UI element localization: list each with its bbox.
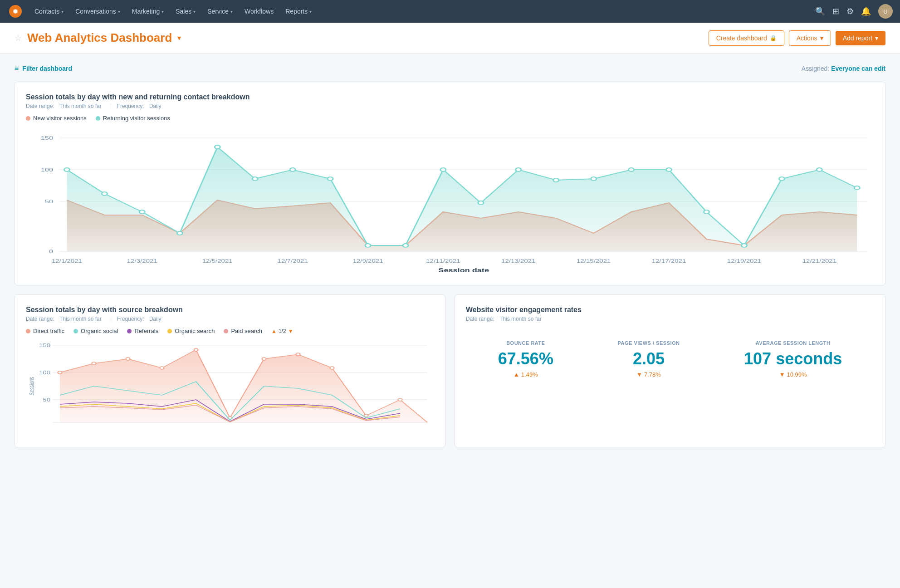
triangle-down-icon: ▼ — [288, 328, 293, 334]
chart2-subtitle: Date range: This month so far | Frequenc… — [26, 316, 434, 322]
chevron-icon: ▾ — [193, 9, 196, 14]
chevron-icon: ▾ — [161, 9, 164, 14]
bounce-rate-change: ▲ 1.49% — [498, 371, 553, 378]
svg-point-22 — [440, 168, 446, 172]
down-arrow-icon: ▼ — [636, 371, 642, 378]
source-breakdown-card: Session totals by day with source breakd… — [15, 294, 445, 447]
page-views-label: PAGE VIEWS / SESSION — [618, 340, 680, 346]
svg-point-56 — [92, 362, 96, 365]
avatar[interactable]: U — [878, 4, 893, 19]
bounce-rate-value: 67.56% — [498, 349, 553, 368]
svg-point-13 — [102, 192, 107, 196]
svg-point-15 — [177, 231, 182, 235]
svg-point-14 — [139, 210, 145, 214]
svg-point-30 — [741, 244, 747, 247]
svg-point-58 — [160, 367, 164, 369]
svg-point-29 — [704, 210, 709, 214]
legend-dot-referrals — [127, 329, 132, 333]
page-title: Web Analytics Dashboard — [27, 31, 172, 45]
svg-marker-11 — [67, 147, 857, 251]
filter-dashboard-button[interactable]: ≡ Filter dashboard — [15, 64, 72, 73]
legend-dot-returning — [96, 116, 100, 121]
legend-dot-paid-search — [224, 329, 228, 333]
svg-point-57 — [126, 358, 130, 360]
svg-text:50: 50 — [43, 397, 50, 403]
main-content: ≡ Filter dashboard Assigned: Everyone ca… — [0, 54, 900, 467]
svg-point-65 — [398, 398, 402, 401]
chart1-subtitle: Date range: This month so far | Frequenc… — [26, 103, 874, 109]
session-length-value: 107 seconds — [744, 349, 842, 368]
svg-point-32 — [817, 168, 822, 172]
add-report-button[interactable]: Add report ▾ — [836, 31, 885, 45]
filter-icon: ≡ — [15, 64, 19, 73]
assigned-link[interactable]: Everyone can edit — [831, 65, 885, 72]
nav-marketing[interactable]: Marketing ▾ — [127, 0, 169, 23]
legend-new-visitors: New visitor sessions — [26, 115, 87, 122]
legend-dot-direct — [26, 329, 30, 333]
chevron-icon: ▾ — [309, 9, 312, 14]
svg-point-31 — [779, 177, 784, 181]
engagement-card: Website visitor engagement rates Date ra… — [455, 294, 885, 447]
search-icon[interactable]: 🔍 — [815, 6, 825, 16]
nav-reports[interactable]: Reports ▾ — [280, 0, 317, 23]
session-totals-card: Session totals by day with new and retur… — [15, 82, 885, 285]
triangle-up-icon: ▲ — [271, 328, 277, 334]
svg-text:12/1/2021: 12/1/2021 — [52, 259, 82, 264]
svg-point-25 — [553, 178, 559, 182]
svg-text:50: 50 — [45, 199, 54, 205]
legend-returning-visitors: Returning visitor sessions — [96, 115, 170, 122]
filter-bar: ≡ Filter dashboard Assigned: Everyone ca… — [15, 64, 885, 73]
notification-icon[interactable]: 🔔 — [861, 6, 871, 16]
svg-point-16 — [215, 145, 220, 149]
page-header: ☆ Web Analytics Dashboard ▾ Create dashb… — [0, 23, 900, 54]
svg-point-63 — [330, 367, 334, 369]
svg-text:12/11/2021: 12/11/2021 — [426, 259, 460, 264]
svg-text:150: 150 — [39, 343, 50, 348]
legend-dot-new — [26, 116, 30, 121]
legend-dot-organic-social — [73, 329, 78, 333]
nav-items: Contacts ▾ Conversations ▾ Marketing ▾ S… — [29, 0, 815, 23]
nav-conversations[interactable]: Conversations ▾ — [70, 0, 126, 23]
nav-sales[interactable]: Sales ▾ — [170, 0, 201, 23]
header-actions: Create dashboard 🔒 Actions ▾ Add report … — [709, 30, 885, 46]
chart2-title: Session totals by day with source breakd… — [26, 306, 434, 314]
bounce-rate-label: BOUNCE RATE — [498, 340, 553, 346]
chevron-icon: ▾ — [61, 9, 64, 14]
svg-point-27 — [629, 168, 634, 172]
settings-icon[interactable]: ⚙ — [846, 6, 854, 16]
chart2-legend: Direct traffic Organic social Referrals … — [26, 328, 434, 334]
grid-icon[interactable]: ⊞ — [832, 6, 839, 16]
svg-point-24 — [516, 168, 521, 172]
chevron-icon: ▾ — [230, 9, 233, 14]
page-views-value: 2.05 — [618, 349, 680, 368]
page-nav[interactable]: ▲ 1/2 ▼ — [271, 328, 293, 334]
actions-button[interactable]: Actions ▾ — [789, 30, 831, 46]
svg-point-17 — [252, 177, 258, 181]
legend-organic-search: Organic search — [167, 328, 215, 334]
svg-text:100: 100 — [41, 167, 54, 173]
up-arrow-icon: ▲ — [514, 371, 519, 378]
svg-text:12/21/2021: 12/21/2021 — [802, 259, 836, 264]
svg-text:12/19/2021: 12/19/2021 — [727, 259, 761, 264]
engagement-metrics: BOUNCE RATE 67.56% ▲ 1.49% PAGE VIEWS / … — [466, 340, 874, 378]
hubspot-logo[interactable] — [7, 3, 24, 20]
session-length-label: AVERAGE SESSION LENGTH — [744, 340, 842, 346]
svg-text:Session date: Session date — [438, 267, 489, 273]
svg-text:Sessions: Sessions — [28, 377, 36, 396]
nav-service[interactable]: Service ▾ — [202, 0, 238, 23]
star-icon[interactable]: ☆ — [15, 33, 22, 43]
svg-text:12/5/2021: 12/5/2021 — [202, 259, 233, 264]
lock-icon: 🔒 — [770, 35, 777, 41]
metric-bounce-rate: BOUNCE RATE 67.56% ▲ 1.49% — [498, 340, 553, 378]
legend-paid-search: Paid search — [224, 328, 262, 334]
nav-workflows[interactable]: Workflows — [239, 0, 279, 23]
create-dashboard-button[interactable]: Create dashboard 🔒 — [709, 30, 784, 46]
top-navigation: Contacts ▾ Conversations ▾ Marketing ▾ S… — [0, 0, 900, 23]
nav-contacts[interactable]: Contacts ▾ — [29, 0, 69, 23]
svg-text:150: 150 — [41, 135, 54, 141]
bottom-grid: Session totals by day with source breakd… — [15, 294, 885, 456]
title-dropdown-icon[interactable]: ▾ — [177, 34, 181, 42]
svg-point-55 — [58, 371, 62, 374]
svg-text:12/7/2021: 12/7/2021 — [278, 259, 308, 264]
svg-point-19 — [328, 177, 333, 181]
